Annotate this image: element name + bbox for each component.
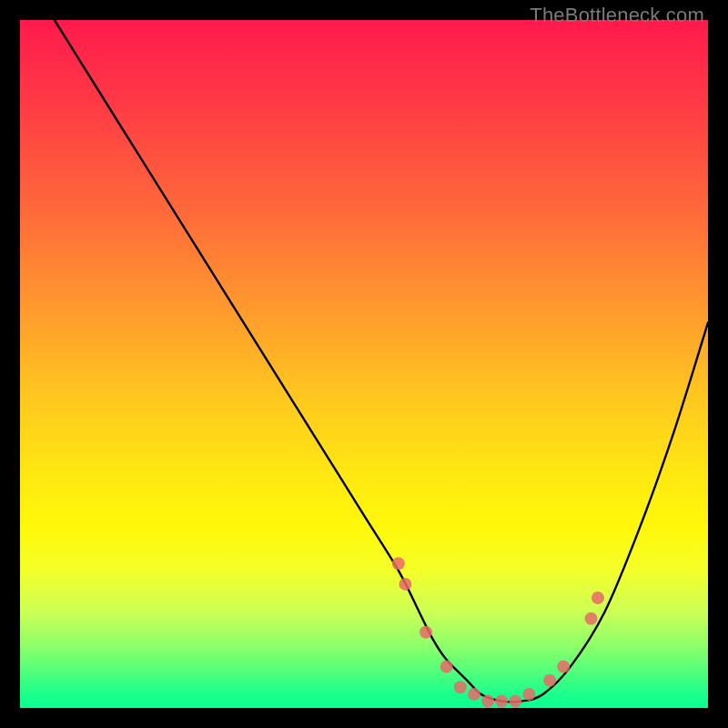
highlight-point <box>454 681 467 693</box>
highlight-point <box>420 626 432 639</box>
curve-layer <box>55 20 708 702</box>
highlight-point <box>468 688 480 701</box>
highlight-point <box>543 674 556 687</box>
chart-frame <box>20 20 708 708</box>
watermark-text: TheBottleneck.com <box>530 4 704 27</box>
highlight-point <box>592 592 604 604</box>
bottleneck-curve <box>55 20 708 702</box>
highlight-point <box>522 688 535 701</box>
chart-svg <box>20 20 708 708</box>
highlight-point <box>509 694 521 707</box>
highlight-point <box>495 694 508 707</box>
highlight-point <box>557 661 570 673</box>
highlight-point <box>392 557 405 570</box>
highlight-point <box>481 694 494 707</box>
highlight-point <box>440 661 453 673</box>
highlight-point <box>585 612 598 625</box>
highlight-point <box>399 578 411 591</box>
highlight-points <box>392 557 604 707</box>
